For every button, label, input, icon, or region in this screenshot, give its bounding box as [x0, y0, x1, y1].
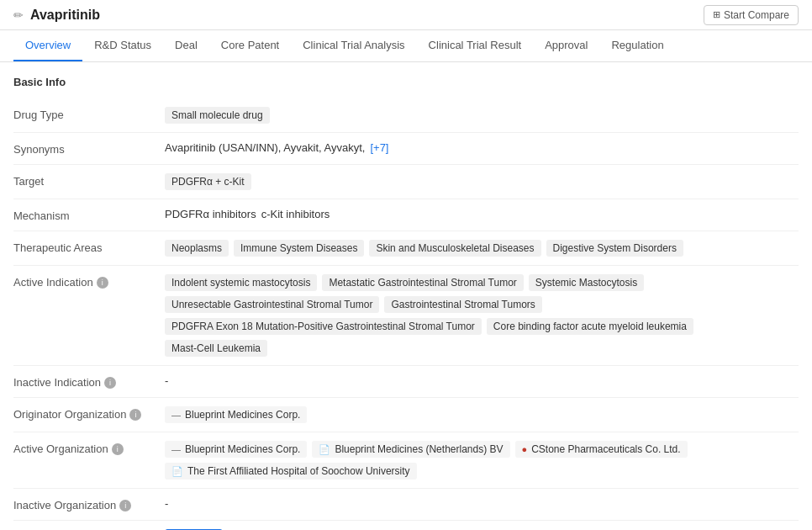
inactive-indication-label: Inactive Indication i: [13, 374, 165, 389]
ind-unresectable-gist: Unresectable Gastrointestinal Stromal Tu…: [165, 296, 379, 313]
inactive-org-label: Inactive Organization i: [13, 497, 165, 511]
target-value: PDGFRα + c-Kit: [165, 173, 799, 190]
field-therapeutic-areas: Therapeutic Areas Neoplasms Immune Syste…: [13, 231, 799, 266]
mechanism-part-2: c-Kit inhibitors: [261, 208, 330, 220]
active-indication-info-icon[interactable]: i: [97, 277, 108, 289]
ta-digestive: Digestive System Disorders: [546, 240, 683, 257]
org-cstone[interactable]: ● CStone Pharmaceuticals Co. Ltd.: [515, 441, 688, 458]
ind-indolent-mastocytosis: Indolent systemic mastocytosis: [165, 274, 317, 291]
active-indication-value: Indolent systemic mastocytosis Metastati…: [165, 274, 799, 357]
tab-approval[interactable]: Approval: [533, 30, 599, 61]
header: ✏ Avapritinib ⊞ Start Compare: [0, 0, 812, 30]
synonyms-text: Avapritinib (USAN/INN), Ayvakit, Ayvakyt…: [165, 141, 365, 154]
start-compare-label: Start Compare: [724, 9, 789, 21]
org-blueprint-active[interactable]: — Blueprint Medicines Corp.: [165, 441, 307, 458]
org-name-netherlands: Blueprint Medicines (Netherlands) BV: [335, 443, 503, 455]
originator-org-info-icon[interactable]: i: [129, 409, 141, 421]
therapeutic-areas-label: Therapeutic Areas: [13, 240, 165, 254]
drug-type-value: Small molecule drug: [165, 107, 799, 124]
ind-mast-cell: Mast-Cell Leukemia: [165, 340, 267, 357]
compare-icon: ⊞: [713, 9, 720, 20]
field-active-indication: Active Indication i Indolent systemic ma…: [13, 266, 799, 366]
ind-pdgfra-exon18: PDGFRA Exon 18 Mutation-Positive Gastroi…: [165, 318, 482, 335]
tab-clinical-trial-analysis[interactable]: Clinical Trial Analysis: [291, 30, 416, 61]
org-name-blueprint-originator: Blueprint Medicines Corp.: [185, 409, 300, 421]
tab-clinical-trial-result[interactable]: Clinical Trial Result: [417, 30, 534, 61]
inactive-org-info-icon[interactable]: i: [119, 500, 131, 511]
drug-title: Avapritinib: [30, 8, 100, 23]
inactive-indication-info-icon[interactable]: i: [104, 377, 116, 389]
ind-gist: Gastrointestinal Stromal Tumors: [384, 296, 541, 313]
field-originator-org: Originator Organization i — Blueprint Me…: [13, 398, 799, 432]
ind-core-binding: Core binding factor acute myeloid leukem…: [487, 318, 693, 335]
active-org-info-icon[interactable]: i: [112, 443, 124, 455]
field-inactive-indication: Inactive Indication i -: [13, 366, 799, 398]
ta-skin-musculoskeletal: Skin and Musculoskeletal Diseases: [369, 240, 540, 257]
drug-type-tag: Small molecule drug: [165, 107, 270, 124]
target-tag: PDGFRα + c-Kit: [165, 173, 251, 190]
drug-type-label: Drug Type: [13, 107, 165, 121]
field-synonyms: Synonyms Avapritinib (USAN/INN), Ayvakit…: [13, 133, 799, 165]
active-org-label: Active Organization i: [13, 441, 165, 455]
org-soochow[interactable]: 📄 The First Affiliated Hospital of Sooch…: [165, 463, 417, 480]
ind-systemic-mastocytosis: Systemic Mastocytosis: [529, 274, 644, 291]
tabs-nav: Overview R&D Status Deal Core Patent Cli…: [0, 30, 812, 62]
org-icon-soochow: 📄: [171, 466, 183, 477]
org-icon-blueprint: —: [171, 444, 181, 454]
mechanism-label: Mechanism: [13, 208, 165, 222]
inactive-org-value: -: [165, 497, 799, 510]
overview-content: Basic Info Drug Type Small molecule drug…: [0, 62, 812, 530]
org-name-cstone: CStone Pharmaceuticals Co. Ltd.: [531, 443, 680, 455]
active-indication-label: Active Indication i: [13, 274, 165, 289]
field-mechanism: Mechanism PDGFRα inhibitors c-Kit inhibi…: [13, 199, 799, 231]
org-icon-cstone: ●: [522, 444, 528, 454]
org-name-blueprint: Blueprint Medicines Corp.: [185, 443, 300, 455]
org-name-soochow: The First Affiliated Hospital of Soochow…: [187, 465, 410, 477]
inactive-indication-value: -: [165, 374, 799, 387]
org-icon-blueprint-originator: —: [171, 410, 181, 420]
synonyms-label: Synonyms: [13, 141, 165, 156]
tab-overview[interactable]: Overview: [13, 30, 82, 61]
target-label: Target: [13, 173, 165, 188]
ta-immune-system: Immune System Diseases: [234, 240, 364, 257]
org-icon-netherlands: 📄: [319, 444, 330, 455]
inactive-org-dash: -: [165, 497, 168, 510]
ind-metastatic-gist: Metastatic Gastrointestinal Stromal Tumo…: [322, 274, 523, 291]
mechanism-value: PDGFRα inhibitors c-Kit inhibitors: [165, 208, 799, 220]
synonyms-more-link[interactable]: [+7]: [370, 141, 388, 154]
originator-org-label: Originator Organization i: [13, 406, 165, 421]
synonyms-value: Avapritinib (USAN/INN), Ayvakit, Ayvakyt…: [165, 141, 799, 154]
field-drug-type: Drug Type Small molecule drug: [13, 98, 799, 133]
mechanism-part-1: PDGFRα inhibitors: [165, 208, 256, 220]
header-left: ✏ Avapritinib: [13, 8, 100, 23]
start-compare-button[interactable]: ⊞ Start Compare: [704, 5, 799, 25]
field-drug-highest-phase: Drug Highest Phase i Approved: [13, 521, 799, 530]
therapeutic-areas-value: Neoplasms Immune System Diseases Skin an…: [165, 240, 799, 257]
tab-core-patent[interactable]: Core Patent: [209, 30, 291, 61]
ta-neoplasms: Neoplasms: [165, 240, 229, 257]
org-blueprint-netherlands[interactable]: 📄 Blueprint Medicines (Netherlands) BV: [312, 441, 509, 458]
edit-icon[interactable]: ✏: [13, 8, 24, 22]
section-basic-info: Basic Info: [13, 76, 799, 88]
active-org-value: — Blueprint Medicines Corp. 📄 Blueprint …: [165, 441, 799, 480]
field-target: Target PDGFRα + c-Kit: [13, 165, 799, 199]
inactive-indication-dash: -: [165, 374, 168, 387]
org-blueprint-originator[interactable]: — Blueprint Medicines Corp.: [165, 406, 307, 423]
tab-rd-status[interactable]: R&D Status: [82, 30, 163, 61]
field-active-org: Active Organization i — Blueprint Medici…: [13, 432, 799, 489]
originator-org-value: — Blueprint Medicines Corp.: [165, 406, 799, 423]
field-inactive-org: Inactive Organization i -: [13, 489, 799, 521]
tab-regulation[interactable]: Regulation: [599, 30, 675, 61]
tab-deal[interactable]: Deal: [163, 30, 209, 61]
